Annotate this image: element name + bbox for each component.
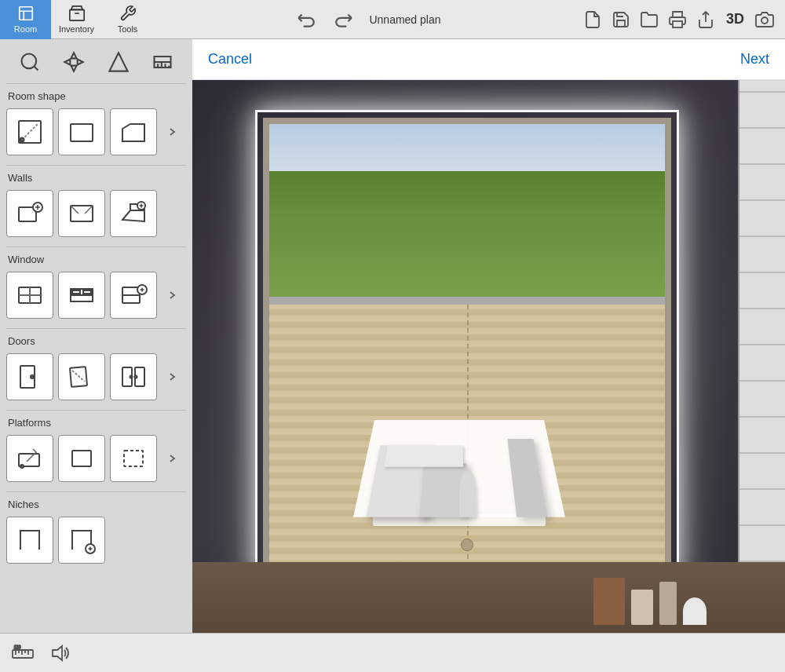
ruler-icon[interactable]: 123 <box>9 640 36 667</box>
door-simple[interactable] <box>6 353 53 400</box>
measure-tool-button[interactable] <box>148 47 177 77</box>
section-window: Window <box>0 249 192 327</box>
model-paper <box>353 420 565 517</box>
section-platforms-items <box>6 435 186 482</box>
section-niches-title: Niches <box>6 499 186 510</box>
section-room-shape-items <box>6 108 186 155</box>
cancel-button[interactable]: Cancel <box>208 51 252 68</box>
kitchen-items <box>593 578 706 625</box>
platform-dashed[interactable] <box>110 435 157 482</box>
divider-5 <box>6 491 186 492</box>
svg-rect-19 <box>71 206 93 221</box>
platforms-more-arrow[interactable] <box>165 451 181 466</box>
bottom-bar: 123 <box>0 633 785 672</box>
toolbar-center: Unnamed plan <box>153 7 582 32</box>
window-divider-h <box>269 297 665 305</box>
divider-2 <box>6 247 186 247</box>
section-walls-title: Walls <box>6 172 186 184</box>
draw-wall-button[interactable] <box>104 47 133 77</box>
window-double[interactable] <box>58 272 105 319</box>
modal-header: Cancel Next <box>192 39 785 80</box>
section-walls: Walls <box>0 167 192 245</box>
new-file-button[interactable] <box>582 9 604 31</box>
tab-room[interactable]: Room <box>0 0 51 39</box>
room-shape-draw[interactable] <box>6 108 53 155</box>
toolbar-right: 3D <box>582 9 785 31</box>
tab-tools[interactable]: Tools <box>102 0 153 39</box>
wall-measure[interactable] <box>58 190 105 237</box>
svg-line-20 <box>71 206 78 214</box>
divider-top <box>6 83 186 84</box>
svg-rect-0 <box>19 7 32 20</box>
export-button[interactable] <box>695 9 717 31</box>
svg-rect-48 <box>124 451 143 466</box>
room-shape-rect[interactable] <box>58 108 105 155</box>
trees <box>269 171 665 297</box>
section-niches-items <box>6 517 186 564</box>
svg-marker-58 <box>53 646 62 660</box>
btn-3d[interactable]: 3D <box>723 9 747 29</box>
tall-container <box>659 582 677 625</box>
window-simple[interactable] <box>6 272 53 319</box>
next-button[interactable]: Next <box>740 51 769 68</box>
svg-line-21 <box>85 206 93 214</box>
svg-marker-10 <box>109 53 127 71</box>
top-toolbar: Room Inventory Tools <box>0 0 785 39</box>
sidebar-top-icons <box>0 44 192 80</box>
svg-rect-13 <box>71 124 93 141</box>
wall-3d[interactable] <box>110 190 157 237</box>
platform-draw[interactable] <box>6 435 53 482</box>
section-window-title: Window <box>6 254 186 265</box>
section-window-items <box>6 272 186 319</box>
svg-rect-30 <box>72 290 80 294</box>
niche-square[interactable] <box>6 517 53 564</box>
svg-rect-31 <box>83 290 91 294</box>
left-sidebar: Room shape <box>0 39 192 633</box>
camera-overlay <box>192 39 785 633</box>
room-shape-angled[interactable] <box>110 108 157 155</box>
knife-block <box>593 578 625 625</box>
print-button[interactable] <box>666 9 688 31</box>
window-more-arrow[interactable] <box>165 287 181 303</box>
folder-button[interactable] <box>638 9 660 31</box>
floorplan-3d-model <box>365 369 553 526</box>
window-glass-upper <box>269 124 665 297</box>
kitchen-container <box>631 590 653 625</box>
move-tool-button[interactable] <box>59 47 89 77</box>
section-room-shape: Room shape <box>0 86 192 163</box>
doors-more-arrow[interactable] <box>165 369 181 385</box>
redo-button[interactable] <box>331 7 356 32</box>
platform-rect[interactable] <box>58 435 105 482</box>
svg-point-4 <box>761 17 768 24</box>
svg-point-5 <box>22 54 37 69</box>
speaker-icon[interactable] <box>46 640 72 667</box>
section-room-shape-title: Room shape <box>6 90 186 102</box>
section-doors-items <box>6 353 186 400</box>
window-add[interactable] <box>110 272 157 319</box>
door-angled[interactable] <box>58 353 105 400</box>
tile-wall-right <box>738 39 785 633</box>
select-tool-button[interactable] <box>15 47 45 77</box>
section-doors: Doors <box>0 331 192 408</box>
section-platforms-title: Platforms <box>6 417 186 429</box>
wall-add[interactable] <box>6 190 53 237</box>
svg-point-44 <box>135 376 137 378</box>
svg-point-46 <box>20 465 24 468</box>
tab-inventory[interactable]: Inventory <box>51 0 102 39</box>
camera-button[interactable] <box>754 9 776 31</box>
door-double[interactable] <box>110 353 157 400</box>
svg-rect-1 <box>69 9 83 20</box>
svg-marker-6 <box>71 53 77 58</box>
room-shape-more-arrow[interactable] <box>165 124 181 140</box>
niche-angled[interactable] <box>58 517 105 564</box>
undo-button[interactable] <box>294 7 319 32</box>
save-button[interactable] <box>610 9 632 31</box>
plan-title: Unnamed plan <box>369 13 440 26</box>
svg-text:123: 123 <box>14 645 21 649</box>
svg-line-40 <box>72 371 85 382</box>
svg-marker-9 <box>78 60 83 65</box>
divider-4 <box>6 410 186 411</box>
svg-rect-2 <box>673 21 682 27</box>
divider-3 <box>6 328 186 329</box>
section-walls-items <box>6 190 186 237</box>
